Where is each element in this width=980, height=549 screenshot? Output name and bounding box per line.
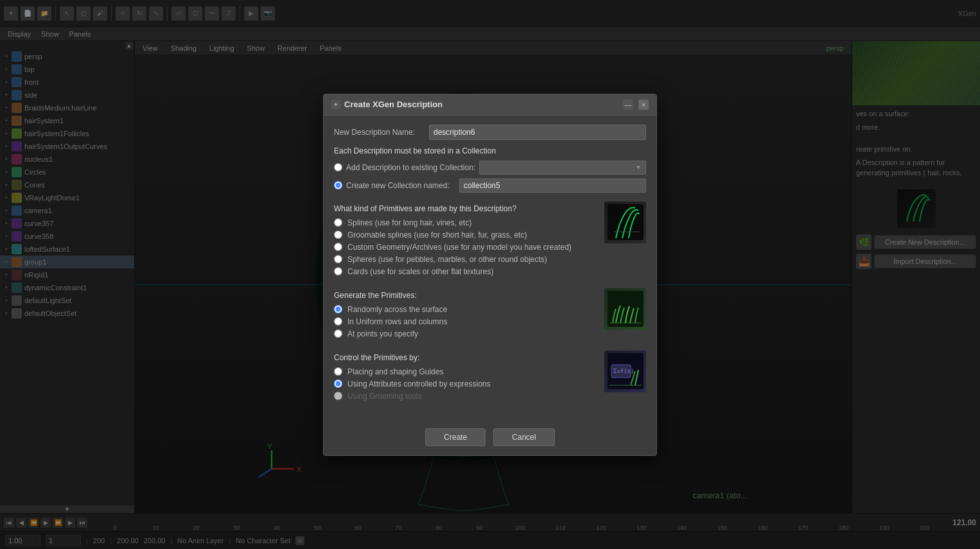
description-name-input[interactable] [429,125,646,140]
collection-section-title: Each Description must be stored in a Col… [334,146,646,155]
dialog-minimize-btn[interactable]: — [623,100,633,110]
control-label-attributes: Using Attributes controlled by expressio… [347,379,491,388]
primitive-label-splines: Splines (use for long hair, vines, etc) [347,218,471,227]
control-radio-attributes[interactable] [334,379,342,388]
primitives-section: What kind of Primitives are made by this… [334,202,646,279]
primitive-radio-cards[interactable] [334,267,342,275]
generate-content-row: Generate the Primitives: Randomly across… [334,288,646,342]
svg-rect-12 [608,204,643,240]
create-button[interactable]: Create [425,428,486,446]
existing-collection-label: Add Description to existing Collection: [346,163,475,172]
new-collection-radio[interactable] [334,181,342,189]
primitive-radio-custom[interactable] [334,243,342,251]
generate-section-title: Generate the Primitives: [334,291,597,300]
primitives-list: Splines (use for long hair, vines, etc) … [334,218,597,276]
control-preview-svg: Σ=f(x) [606,352,645,390]
generate-option-points: At points you specify [334,329,597,338]
generate-radio-points[interactable] [334,329,342,338]
dialog-body: New Description Name: Each Description m… [324,116,656,422]
primitive-label-spheres: Spheres (use for pebbles, marbles, or ot… [347,255,547,264]
generate-label-randomly: Randomly across the surface [347,305,447,314]
primitives-options: What kind of Primitives are made by this… [334,202,597,279]
generate-preview-svg [606,290,645,328]
description-name-row: New Description Name: [334,125,646,140]
control-label-grooming: Using Grooming tools [347,392,421,401]
control-list: Placing and shaping Guides Using Attribu… [334,367,597,401]
dialog-icon: ✦ [331,100,340,109]
generate-preview-image [604,288,646,330]
dialog-title-bar: ✦ Create XGen Description — × [324,94,656,116]
generate-options: Generate the Primitives: Randomly across… [334,288,597,342]
control-option-attributes: Using Attributes controlled by expressio… [334,379,597,388]
collection-dropdown[interactable]: ▼ [479,161,646,175]
control-radio-guides[interactable] [334,367,342,376]
primitive-radio-splines[interactable] [334,218,342,227]
primitive-option-cards: Cards (use for scales or other flat text… [334,267,597,276]
collection-section: Each Description must be stored in a Col… [334,146,646,193]
primitive-label-groomable: Groomable splines (use for short hair, f… [347,231,527,240]
dropdown-arrow-icon: ▼ [635,164,642,171]
control-section: Control the Primitives by: Placing and s… [334,351,646,404]
existing-collection-radio[interactable] [334,163,342,171]
primitive-option-spheres: Spheres (use for pebbles, marbles, or ot… [334,255,597,264]
primitive-label-cards: Cards (use for scales or other flat text… [347,267,493,276]
generate-radio-randomly[interactable] [334,305,342,313]
new-collection-row: Create new Collection named: [334,179,646,193]
generate-label-points: At points you specify [347,329,418,338]
primitive-option-groomable: Groomable splines (use for short hair, f… [334,231,597,240]
generate-label-uniform: In Uniform rows and columns [347,317,447,326]
control-content-row: Control the Primitives by: Placing and s… [334,351,646,404]
control-option-guides: Placing and shaping Guides [334,367,597,376]
control-label-guides: Placing and shaping Guides [347,367,443,376]
dialog-footer: Create Cancel [324,422,656,455]
control-radio-grooming [334,392,342,400]
dialog-title: Create XGen Description [344,100,442,109]
primitives-content-row: What kind of Primitives are made by this… [334,202,646,279]
generate-section: Generate the Primitives: Randomly across… [334,288,646,342]
primitive-option-splines: Splines (use for long hair, vines, etc) [334,218,597,227]
description-name-label: New Description Name: [334,128,424,137]
generate-option-uniform: In Uniform rows and columns [334,317,597,326]
control-preview-image: Σ=f(x) [604,351,646,392]
primitives-section-title: What kind of Primitives are made by this… [334,204,597,213]
primitive-radio-spheres[interactable] [334,255,342,263]
primitive-option-custom: Custom Geometry/Archives (use for any mo… [334,243,597,252]
generate-radio-uniform[interactable] [334,317,342,326]
primitive-radio-groomable[interactable] [334,231,342,239]
control-options: Control the Primitives by: Placing and s… [334,351,597,404]
primitive-label-custom: Custom Geometry/Archives (use for any mo… [347,243,572,252]
dialog-overlay: ✦ Create XGen Description — × New Descri… [0,0,980,549]
new-collection-label: Create new Collection named: [346,181,455,190]
cancel-button[interactable]: Cancel [493,428,554,446]
dialog-title-buttons: — × [636,100,649,110]
dialog-close-btn[interactable]: × [638,100,649,110]
svg-text:Σ=f(x): Σ=f(x) [613,368,634,374]
new-collection-input[interactable] [459,179,646,193]
create-xgen-dialog: ✦ Create XGen Description — × New Descri… [323,94,657,456]
primitives-preview-image [604,202,646,243]
existing-collection-row: Add Description to existing Collection: … [334,161,646,175]
control-section-title: Control the Primitives by: [334,353,597,362]
primitives-preview-svg [606,203,645,241]
generate-option-randomly: Randomly across the surface [334,305,597,314]
control-option-grooming: Using Grooming tools [334,392,597,401]
generate-list: Randomly across the surface In Uniform r… [334,305,597,338]
